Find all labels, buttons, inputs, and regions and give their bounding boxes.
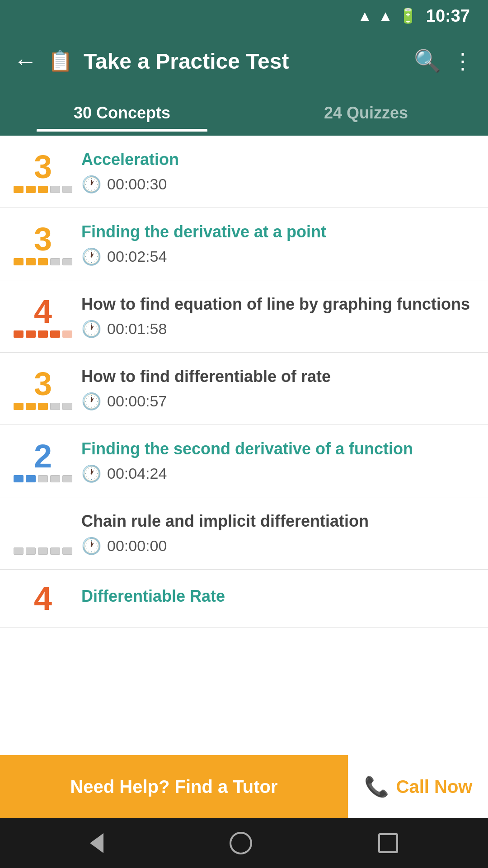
list-item[interactable]: 4 How to find equation of line by graphi… — [0, 280, 488, 353]
list-item[interactable]: 3 Finding the derivative at a point 🕐 00… — [0, 208, 488, 280]
bar — [62, 475, 72, 482]
bar — [14, 186, 23, 193]
concept-time: 🕐 00:00:57 — [81, 392, 474, 411]
bar — [26, 186, 36, 193]
battery-icon: 🔋 — [399, 7, 417, 24]
signal-icon: ▲ — [378, 8, 393, 24]
score-number — [38, 512, 47, 545]
status-icons: ▲ ▲ 🔋 — [357, 7, 417, 24]
app-bar: ← 📋 Take a Practice Test 🔍 ⋮ — [0, 32, 488, 90]
bar — [62, 330, 72, 338]
bar — [26, 475, 36, 482]
bar — [50, 186, 60, 193]
score-number: 4 — [34, 295, 52, 328]
bar — [14, 330, 23, 338]
bar — [50, 403, 60, 410]
concept-score: 4 — [14, 582, 72, 615]
bar — [38, 403, 48, 410]
status-time: 10:37 — [426, 6, 470, 26]
list-item[interactable]: Chain rule and implicit differentiation … — [0, 497, 488, 570]
more-options-icon[interactable]: ⋮ — [452, 48, 474, 74]
concept-time: 🕐 00:01:58 — [81, 320, 474, 339]
find-tutor-button[interactable]: Need Help? Find a Tutor — [0, 755, 348, 818]
score-bars — [14, 547, 72, 555]
call-now-label: Call Now — [396, 777, 473, 797]
concept-title: Chain rule and implicit differentiation — [81, 511, 474, 532]
bar — [62, 186, 72, 193]
list-item[interactable]: 4 Differentiable Rate — [0, 570, 488, 628]
concept-info: Acceleration 🕐 00:00:30 — [72, 149, 474, 194]
concept-title: Acceleration — [81, 149, 474, 170]
bar — [62, 403, 72, 410]
bar — [26, 403, 36, 410]
search-icon[interactable]: 🔍 — [414, 48, 441, 74]
concept-title: Differentiable Rate — [81, 586, 474, 607]
bar — [26, 258, 36, 265]
back-arrow-icon — [90, 833, 103, 853]
score-bars — [14, 258, 72, 265]
bar — [38, 475, 48, 482]
bar — [50, 258, 60, 265]
bar — [38, 330, 48, 338]
recent-square-icon — [378, 833, 398, 853]
concept-info: How to find equation of line by graphing… — [72, 294, 474, 339]
home-circle-icon — [230, 832, 252, 854]
list-item[interactable]: 2 Finding the second derivative of a fun… — [0, 425, 488, 497]
score-number: 3 — [34, 151, 52, 183]
nav-home-button[interactable] — [230, 832, 252, 854]
document-icon: 📋 — [48, 49, 73, 73]
tab-concepts[interactable]: 30 Concepts — [0, 94, 244, 132]
bar — [14, 475, 23, 482]
call-now-button[interactable]: 📞 Call Now — [348, 755, 488, 818]
list-item[interactable]: 3 Acceleration 🕐 00:00:30 — [0, 136, 488, 208]
score-number: 4 — [34, 582, 52, 615]
find-tutor-label: Need Help? Find a Tutor — [70, 777, 277, 797]
concept-info: Chain rule and implicit differentiation … — [72, 511, 474, 556]
score-number: 2 — [34, 440, 52, 472]
concept-score — [14, 512, 72, 555]
concept-score: 3 — [14, 151, 72, 193]
bar — [38, 186, 48, 193]
nav-back-button[interactable] — [90, 833, 103, 853]
bar — [50, 330, 60, 338]
page-title: Take a Practice Test — [84, 49, 403, 74]
score-bars — [14, 330, 72, 338]
nav-recent-button[interactable] — [378, 833, 398, 853]
score-number: 3 — [34, 223, 52, 255]
concept-title: How to find equation of line by graphing… — [81, 294, 474, 315]
tabs-bar: 30 Concepts 24 Quizzes — [0, 90, 488, 136]
concept-score: 4 — [14, 295, 72, 338]
concept-title: Finding the derivative at a point — [81, 222, 474, 243]
score-bars — [14, 403, 72, 410]
bar — [14, 547, 23, 555]
nav-bar — [0, 818, 488, 868]
concept-info: How to find differentiable of rate 🕐 00:… — [72, 366, 474, 411]
clock-icon: 🕐 — [81, 175, 102, 194]
bar — [62, 258, 72, 265]
bar — [14, 403, 23, 410]
concept-info: Finding the second derivative of a funct… — [72, 439, 474, 483]
concept-score: 3 — [14, 368, 72, 410]
concept-time: 🕐 00:00:30 — [81, 175, 474, 194]
concept-time: 🕐 00:02:54 — [81, 247, 474, 266]
status-bar: ▲ ▲ 🔋 10:37 — [0, 0, 488, 32]
clock-icon: 🕐 — [81, 247, 102, 266]
concept-time: 🕐 00:04:24 — [81, 464, 474, 483]
tab-quizzes[interactable]: 24 Quizzes — [244, 94, 488, 132]
bar — [50, 475, 60, 482]
bar — [14, 258, 23, 265]
bar — [26, 547, 36, 555]
bar — [62, 547, 72, 555]
concept-info: Finding the derivative at a point 🕐 00:0… — [72, 222, 474, 266]
concept-title: Finding the second derivative of a funct… — [81, 439, 474, 460]
list-item[interactable]: 3 How to find differentiable of rate 🕐 0… — [0, 353, 488, 425]
wifi-icon: ▲ — [357, 8, 372, 24]
score-bars — [14, 186, 72, 193]
back-button[interactable]: ← — [14, 49, 37, 73]
bar — [38, 547, 48, 555]
concept-score: 3 — [14, 223, 72, 265]
score-number: 3 — [34, 368, 52, 400]
clock-icon: 🕐 — [81, 392, 102, 411]
phone-icon: 📞 — [364, 775, 389, 798]
concept-time: 🕐 00:00:00 — [81, 537, 474, 556]
